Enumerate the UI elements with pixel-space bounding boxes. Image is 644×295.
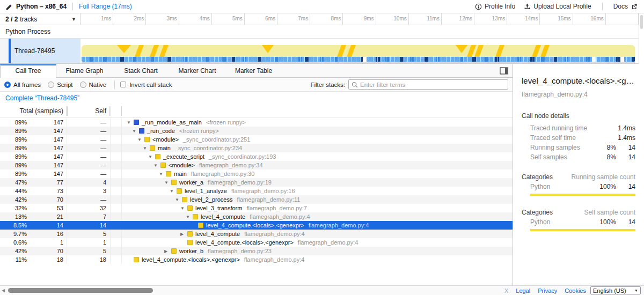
twisty-open-icon[interactable]: ▼: [143, 146, 150, 151]
detail-value: 14: [616, 154, 635, 160]
footer-link-cookies[interactable]: Cookies: [565, 287, 586, 294]
breadcrumb[interactable]: Complete “Thread-78495”: [5, 94, 79, 102]
profile-info-button[interactable]: Profile Info: [475, 3, 515, 10]
edit-pencil-icon[interactable]: [5, 3, 12, 10]
upload-profile-button[interactable]: Upload Local Profile: [524, 3, 591, 10]
call-tree-row[interactable]: 89%147—▼_run_module_as_main<frozen runpy…: [0, 118, 513, 127]
total-percent: 89%: [0, 144, 27, 152]
ruler-tick: 12ms: [442, 13, 474, 25]
call-tree-row[interactable]: 89%147—▼_execute_script_sync_coordinator…: [0, 152, 513, 161]
full-range-link[interactable]: Full Range (17ms): [79, 3, 132, 10]
ruler-tick: 3ms: [146, 13, 179, 25]
column-total-samples[interactable]: Total (samples): [0, 105, 63, 118]
horizontal-scrollbar-thumb[interactable]: [8, 288, 153, 293]
source-location: <frozen runpy>: [179, 128, 219, 134]
total-samples: 147: [30, 144, 63, 152]
call-tree-row[interactable]: 89%147—▼main_sync_coordinator.py:234: [0, 144, 513, 152]
cpu-spike-mark: [262, 45, 274, 53]
python-frame-icon: [198, 223, 203, 228]
radio-label: All frames: [13, 82, 41, 88]
function-name: level_2_process: [190, 196, 233, 203]
docs-button[interactable]: Docs: [613, 3, 638, 10]
column-self[interactable]: Self: [70, 105, 106, 118]
invert-call-stack-checkbox[interactable]: Invert call stack: [120, 82, 172, 88]
call-tree-row[interactable]: 8.5%1414level_4_compute.<locals>.<genexp…: [0, 221, 513, 230]
footer-links: XLegalPrivacyCookies: [504, 287, 586, 294]
header-divider: [602, 3, 603, 10]
call-tree-row[interactable]: 11%1818level_4_compute.<locals>.<genexpr…: [0, 255, 513, 264]
call-tree-toolbar: All framesScriptNative Invert call stack…: [0, 78, 513, 92]
language-select[interactable]: English (US) ▼: [590, 286, 641, 294]
call-tree-row[interactable]: 42%705▶worker_bflamegraph_demo.py:23: [0, 247, 513, 255]
footer-link-legal[interactable]: Legal: [516, 287, 530, 294]
thread-label[interactable]: Thread-78495: [11, 39, 80, 63]
twisty-open-icon[interactable]: ▼: [153, 163, 160, 168]
activity-graph[interactable]: [80, 39, 639, 63]
radio-script[interactable]: Script: [48, 82, 72, 88]
twisty-open-icon[interactable]: ▼: [132, 129, 139, 134]
call-tree-row[interactable]: 13%217▼level_4_computeflamegraph_demo.py…: [0, 212, 513, 221]
ruler-tick: 15ms: [540, 13, 573, 25]
twisty-open-icon[interactable]: ▼: [180, 206, 187, 211]
call-tree-row[interactable]: 9.7%165▶level_4_computeflamegraph_demo.p…: [0, 230, 513, 238]
twisty-open-icon[interactable]: ▼: [137, 137, 144, 142]
tab-flame-graph[interactable]: Flame Graph: [56, 64, 113, 77]
total-samples: 73: [30, 187, 63, 195]
sidebar-toggle-button[interactable]: [500, 67, 508, 75]
call-tree-row[interactable]: 0.6%11level_4_compute.<locals>.<genexpr>…: [0, 238, 513, 247]
total-percent: 89%: [0, 118, 27, 127]
twisty-open-icon[interactable]: ▼: [148, 154, 155, 159]
scroll-left-arrow[interactable]: ◀: [2, 289, 5, 293]
twisty-open-icon[interactable]: ▼: [164, 180, 171, 185]
vertical-scrollbar[interactable]: [639, 13, 644, 64]
call-tree-row[interactable]: 89%147—▼<module>flamegraph_demo.py:34: [0, 161, 513, 169]
call-tree-row[interactable]: 89%147—▼_run_code<frozen runpy>: [0, 127, 513, 135]
self-samples: 18: [70, 255, 106, 264]
python-frame-icon: [150, 145, 155, 151]
twisty-closed-icon[interactable]: ▶: [164, 249, 171, 254]
tab-marker-table[interactable]: Marker Table: [225, 64, 282, 77]
detail-row: Traced running time1.4ms: [522, 125, 635, 131]
vertical-scrollbar-thumb[interactable]: [640, 15, 643, 29]
call-tree-row[interactable]: 32%5332▼level_3_transformflamegraph_demo…: [0, 204, 513, 212]
tab-call-tree[interactable]: Call Tree: [0, 64, 56, 78]
tracks-count: 2 / 2: [5, 16, 18, 23]
total-percent: 89%: [0, 161, 27, 169]
track-python-process[interactable]: Python Process: [0, 25, 639, 39]
detail-row: Self samples8%14: [522, 154, 635, 160]
filter-stacks-input[interactable]: [360, 82, 505, 88]
twisty-open-icon[interactable]: ▼: [186, 215, 193, 219]
filter-stacks-searchbox[interactable]: [348, 79, 508, 90]
footer-link-privacy[interactable]: Privacy: [538, 287, 557, 294]
tab-marker-chart[interactable]: Marker Chart: [169, 64, 225, 77]
tab-stack-chart[interactable]: Stack Chart: [113, 64, 169, 77]
call-tree-row[interactable]: 47%774▼worker_aflamegraph_demo.py:19: [0, 178, 513, 187]
twisty-open-icon[interactable]: ▼: [127, 120, 134, 125]
sample-strip: [82, 57, 635, 62]
footer-link-x[interactable]: X: [504, 287, 508, 294]
total-percent: 89%: [0, 152, 27, 161]
cpu-spike-mark: [159, 45, 169, 57]
twisty-closed-icon[interactable]: ▶: [180, 232, 187, 237]
docs-label: Docs: [613, 3, 628, 10]
detail-label: Traced running time: [530, 125, 592, 131]
python-frame-icon: [187, 231, 193, 237]
cpu-spike-mark: [149, 45, 159, 57]
self-samples: —: [70, 195, 106, 204]
radio-native[interactable]: Native: [80, 82, 107, 88]
profile-name[interactable]: Python – x86_64: [16, 3, 67, 10]
call-tree-row[interactable]: 89%147—▼mainflamegraph_demo.py:30: [0, 169, 513, 178]
upload-icon: [524, 3, 531, 10]
category-percent: 100%: [592, 219, 616, 225]
twisty-open-icon[interactable]: ▼: [159, 172, 166, 176]
function-name: _run_module_as_main: [142, 119, 202, 126]
tracks-dropdown[interactable]: 2 / 2 tracks ▼: [0, 13, 80, 25]
call-tree-row[interactable]: 42%70—▼level_2_processflamegraph_demo.py…: [0, 195, 513, 204]
twisty-open-icon[interactable]: ▼: [175, 197, 182, 202]
track-thread-78495[interactable]: Thread-78495: [0, 39, 639, 64]
call-tree-row[interactable]: 44%733▼level_1_analyzeflamegraph_demo.py…: [0, 187, 513, 195]
twisty-open-icon[interactable]: ▼: [170, 189, 177, 194]
radio-all-frames[interactable]: All frames: [4, 82, 41, 88]
call-tree-row[interactable]: 89%147—▼<module>_sync_coordinator.py:251: [0, 135, 513, 144]
chevron-down-icon: ▼: [71, 17, 76, 22]
